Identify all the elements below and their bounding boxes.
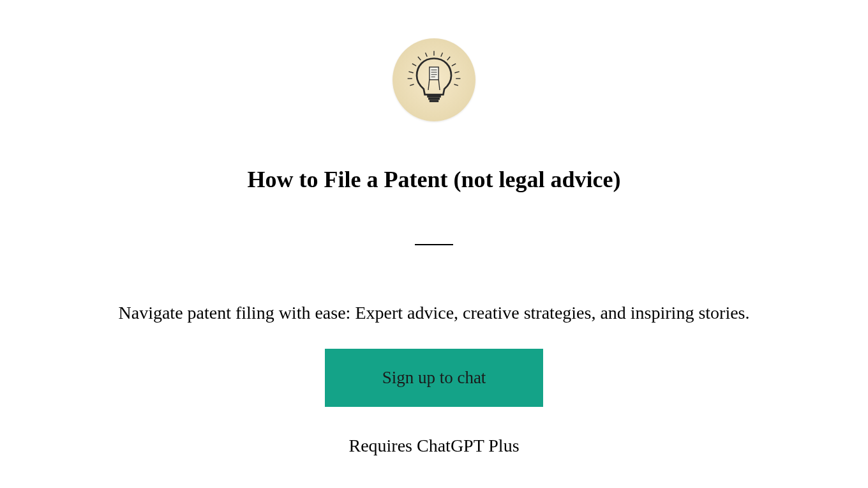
svg-line-1 <box>441 53 443 57</box>
svg-line-4 <box>454 72 459 73</box>
logo-container <box>393 38 475 121</box>
svg-line-3 <box>452 64 456 66</box>
svg-line-5 <box>426 53 428 57</box>
svg-line-8 <box>408 72 413 73</box>
requires-text: Requires ChatGPT Plus <box>348 436 519 456</box>
svg-rect-13 <box>427 95 441 98</box>
page-title: How to File a Patent (not legal advice) <box>248 166 621 193</box>
svg-line-12 <box>410 84 414 86</box>
lightbulb-patent-icon <box>405 50 463 110</box>
description-text: Navigate patent filing with ease: Expert… <box>119 303 750 323</box>
svg-line-7 <box>412 64 416 66</box>
svg-line-6 <box>418 57 421 60</box>
signup-button[interactable]: Sign up to chat <box>325 349 544 407</box>
svg-line-11 <box>454 84 458 86</box>
svg-rect-16 <box>430 67 438 80</box>
svg-rect-15 <box>430 100 438 102</box>
svg-line-2 <box>447 57 451 60</box>
divider <box>415 244 453 245</box>
svg-rect-14 <box>428 98 440 100</box>
